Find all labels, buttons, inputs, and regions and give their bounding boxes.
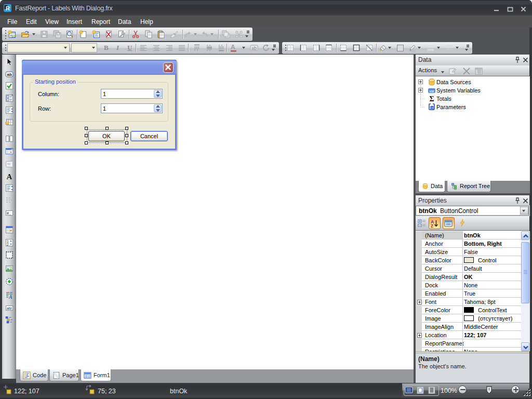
svg-text:Σ: Σ <box>429 95 434 103</box>
svg-text:Z: Z <box>431 223 433 228</box>
svg-text:A: A <box>8 294 12 300</box>
svg-text:R: R <box>6 5 10 11</box>
svg-text:#_: #_ <box>7 211 11 215</box>
svg-text:ab: ab <box>251 46 257 51</box>
svg-text:A: A <box>231 44 235 51</box>
svg-text:xy: xy <box>7 162 10 165</box>
svg-text:var: var <box>429 89 434 93</box>
svg-text:abl: abl <box>7 307 12 310</box>
svg-text:?: ? <box>431 107 433 110</box>
svg-text:ab: ab <box>7 72 12 77</box>
svg-text:2: 2 <box>7 243 9 246</box>
svg-text:A: A <box>7 172 12 180</box>
